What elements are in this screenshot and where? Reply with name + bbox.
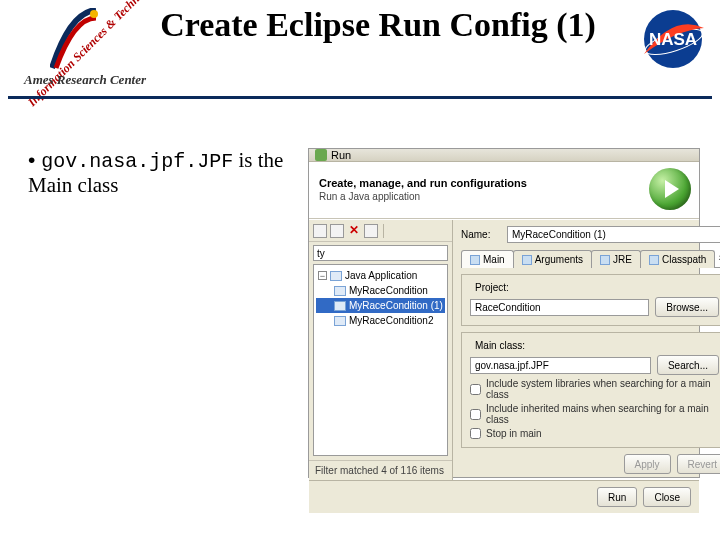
tree-toolbar: ✕ (309, 220, 452, 242)
tab-jre-icon (600, 255, 610, 265)
run-icon (315, 149, 327, 161)
tab-label: Arguments (535, 254, 583, 265)
nasa-word: NASA (649, 30, 697, 49)
new-config-icon[interactable] (313, 224, 327, 238)
tab-classpath[interactable]: Classpath (640, 250, 715, 268)
play-icon (649, 168, 691, 210)
config-tree[interactable]: − Java Application MyRaceCondition MyRac… (313, 264, 448, 456)
main-class-group-title: Main class: (472, 340, 528, 351)
java-app-icon (330, 271, 342, 281)
ames-center-name: Ames Research Center (24, 72, 146, 88)
slide-body: • gov.nasa.jpf.JPF is the Main class Run… (0, 98, 720, 486)
collapse-icon[interactable]: − (318, 271, 327, 280)
toolbar-separator (383, 224, 384, 238)
tab-args-icon (522, 255, 532, 265)
duplicate-config-icon[interactable] (330, 224, 344, 238)
tab-main-icon (470, 255, 480, 265)
tree-item-selected[interactable]: MyRaceCondition (1) (316, 298, 445, 313)
name-label: Name: (461, 229, 501, 240)
config-tree-panel: ✕ − Java Application MyRaceCondition (309, 220, 453, 480)
apply-button[interactable]: Apply (624, 454, 671, 474)
filter-icon[interactable] (364, 224, 378, 238)
slide-title: Create Eclipse Run Config (1) (120, 4, 636, 43)
nasa-logo-icon: NASA (636, 8, 710, 70)
revert-button[interactable]: Revert (677, 454, 720, 474)
tree-filter-input[interactable] (313, 245, 448, 261)
bullet-dot: • (28, 148, 41, 171)
chk-label: Include system libraries when searching … (486, 378, 719, 400)
titlebar-text: Run (331, 149, 351, 161)
tab-arguments[interactable]: Arguments (513, 250, 592, 268)
tab-jre[interactable]: JRE (591, 250, 641, 268)
chk-label: Include inherited mains when searching f… (486, 403, 719, 425)
tree-item[interactable]: MyRaceCondition (316, 283, 445, 298)
tree-root-java-application[interactable]: − Java Application (316, 268, 445, 283)
slide-header: Information Sciences & Technology Ames R… (0, 0, 720, 98)
tree-item-label: MyRaceCondition (1) (349, 300, 443, 311)
chk-include-inherited[interactable]: Include inherited mains when searching f… (470, 403, 719, 425)
browse-button[interactable]: Browse... (655, 297, 719, 317)
search-button[interactable]: Search... (657, 355, 719, 375)
tab-overflow[interactable]: » (714, 249, 720, 267)
banner-subtext: Run a Java application (319, 191, 649, 202)
run-dialog: Run Create, manage, and run configuratio… (308, 148, 700, 478)
ames-swoosh-icon (50, 8, 98, 70)
tab-label: Main (483, 254, 505, 265)
main-class-group: Main class: Search... Include system lib… (461, 332, 720, 448)
banner-heading: Create, manage, and run configurations (319, 177, 649, 189)
close-button[interactable]: Close (643, 487, 691, 507)
project-input[interactable] (470, 299, 649, 316)
tab-label: Classpath (662, 254, 706, 265)
dialog-footer: Run Close (309, 480, 699, 513)
tab-label: JRE (613, 254, 632, 265)
titlebar: Run (309, 149, 699, 162)
chk-include-system[interactable]: Include system libraries when searching … (470, 378, 719, 400)
tree-item-label: MyRaceCondition (349, 285, 428, 296)
tree-item[interactable]: MyRaceCondition2 (316, 313, 445, 328)
java-launch-icon (334, 286, 346, 296)
tree-status: Filter matched 4 of 116 items (309, 460, 452, 480)
tree-root-label: Java Application (345, 270, 417, 281)
ames-logo: Information Sciences & Technology Ames R… (10, 4, 120, 92)
config-form: Name: Main Arguments JRE Classpath » Pro… (453, 220, 720, 480)
tree-item-label: MyRaceCondition2 (349, 315, 434, 326)
chk-stop-in-main[interactable]: Stop in main (470, 428, 719, 439)
checkbox[interactable] (470, 428, 481, 439)
main-class-input[interactable] (470, 357, 651, 374)
delete-config-icon[interactable]: ✕ (347, 224, 361, 238)
config-tabs: Main Arguments JRE Classpath » (461, 249, 720, 268)
project-group: Project: Browse... (461, 274, 720, 326)
dialog-banner: Create, manage, and run configurations R… (309, 162, 699, 219)
tab-main[interactable]: Main (461, 250, 514, 268)
chk-label: Stop in main (486, 428, 542, 439)
svg-point-0 (90, 10, 98, 18)
name-input[interactable] (507, 226, 720, 243)
checkbox[interactable] (470, 384, 481, 395)
java-launch-icon (334, 316, 346, 326)
header-divider (8, 96, 712, 99)
project-group-title: Project: (472, 282, 512, 293)
bullet-main-class: • gov.nasa.jpf.JPF is the Main class (28, 148, 298, 478)
run-button[interactable]: Run (597, 487, 637, 507)
checkbox[interactable] (470, 409, 481, 420)
tab-classpath-icon (649, 255, 659, 265)
java-launch-icon (334, 301, 346, 311)
bullet-code: gov.nasa.jpf.JPF (41, 150, 233, 173)
